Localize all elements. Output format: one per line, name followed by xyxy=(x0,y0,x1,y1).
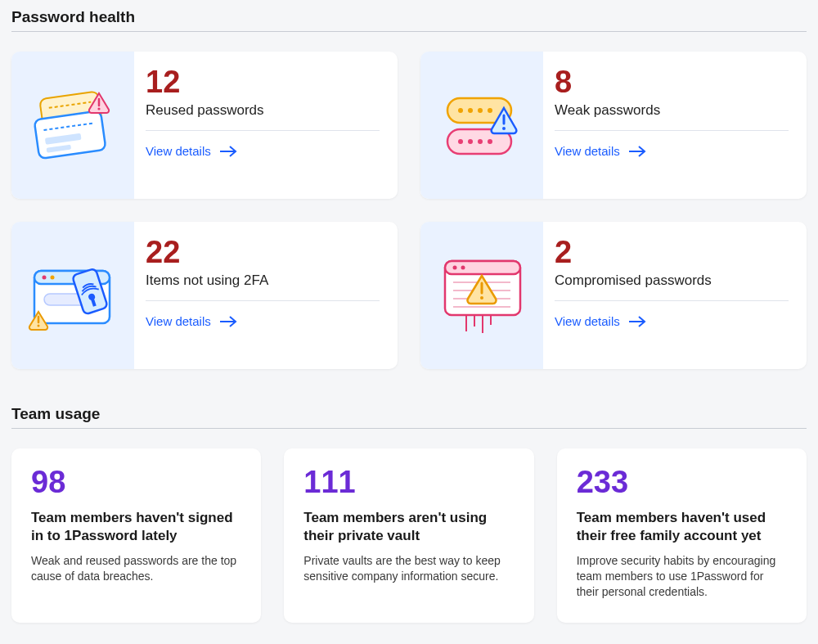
card-count: 12 xyxy=(146,66,380,97)
view-details-link[interactable]: View details xyxy=(146,144,380,158)
section-divider xyxy=(11,428,807,429)
section-divider xyxy=(11,31,807,32)
card-not-using-2fa: 22 Items not using 2FA View details xyxy=(11,222,398,369)
svg-point-11 xyxy=(468,108,473,113)
svg-point-31 xyxy=(38,325,40,327)
view-details-link[interactable]: View details xyxy=(555,144,789,158)
svg-point-17 xyxy=(478,139,483,144)
card-weak-passwords: 8 Weak passwords View details xyxy=(420,52,807,199)
svg-point-7 xyxy=(97,107,100,110)
svg-rect-2 xyxy=(34,110,106,159)
card-label: Weak passwords xyxy=(555,102,789,131)
card-compromised-passwords: 2 Compromised passwords View details xyxy=(420,222,807,369)
view-details-label: View details xyxy=(146,314,211,328)
card-label: Reused passwords xyxy=(146,102,380,131)
usage-count: 98 xyxy=(31,466,241,498)
section-title-password-health: Password health xyxy=(11,8,807,26)
usage-title: Team members haven't used their free fam… xyxy=(577,509,787,545)
arrow-right-icon xyxy=(219,316,237,327)
card-inactive-signin: 98 Team members haven't signed in to 1Pa… xyxy=(11,448,261,623)
svg-point-35 xyxy=(453,266,457,270)
card-private-vault: 111 Team members aren't using their priv… xyxy=(284,448,533,623)
svg-point-12 xyxy=(478,108,483,113)
svg-point-46 xyxy=(480,296,483,299)
section-title-team-usage: Team usage xyxy=(11,405,807,423)
usage-title: Team members aren't using their private … xyxy=(303,509,514,545)
usage-description: Private vaults are the best way to keep … xyxy=(303,553,514,584)
view-details-label: View details xyxy=(146,144,211,158)
svg-point-20 xyxy=(502,127,506,130)
usage-count: 111 xyxy=(303,466,514,498)
usage-description: Improve security habits by encouraging t… xyxy=(577,553,787,600)
card-label: Items not using 2FA xyxy=(146,272,380,301)
view-details-link[interactable]: View details xyxy=(555,314,789,328)
card-count: 2 xyxy=(555,236,789,268)
arrow-right-icon xyxy=(219,146,237,157)
svg-point-24 xyxy=(43,276,47,280)
svg-point-16 xyxy=(468,139,473,144)
arrow-right-icon xyxy=(628,146,646,157)
svg-point-36 xyxy=(461,266,465,270)
svg-point-10 xyxy=(458,108,463,113)
usage-description: Weak and reused passwords are the top ca… xyxy=(31,553,241,584)
reused-passwords-icon xyxy=(11,52,134,199)
svg-point-25 xyxy=(51,276,55,280)
two-factor-icon xyxy=(11,222,134,369)
password-health-grid: 12 Reused passwords View details xyxy=(11,52,807,369)
usage-title: Team members haven't signed in to 1Passw… xyxy=(31,509,241,545)
view-details-label: View details xyxy=(555,144,620,158)
card-reused-passwords: 12 Reused passwords View details xyxy=(11,52,398,199)
card-label: Compromised passwords xyxy=(555,272,789,301)
svg-point-13 xyxy=(488,108,492,113)
view-details-link[interactable]: View details xyxy=(146,314,380,328)
card-count: 8 xyxy=(555,66,789,97)
svg-point-15 xyxy=(458,139,463,144)
view-details-label: View details xyxy=(555,314,620,328)
card-count: 22 xyxy=(146,236,380,268)
team-usage-grid: 98 Team members haven't signed in to 1Pa… xyxy=(11,448,807,623)
arrow-right-icon xyxy=(628,316,646,327)
compromised-icon xyxy=(420,222,543,369)
weak-passwords-icon xyxy=(420,52,543,199)
card-family-account: 233 Team members haven't used their free… xyxy=(557,448,807,623)
svg-point-18 xyxy=(488,139,492,144)
usage-count: 233 xyxy=(577,466,787,498)
